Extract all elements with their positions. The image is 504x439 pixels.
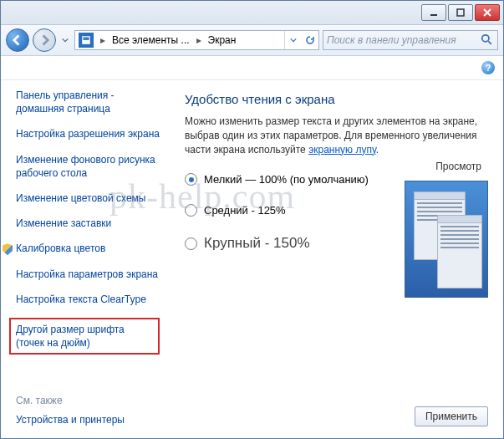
address-dropdown[interactable]: [285, 31, 302, 49]
help-icon[interactable]: ?: [481, 61, 495, 74]
control-panel-icon: [79, 33, 94, 48]
sidebar-devices-link[interactable]: Устройства и принтеры: [16, 413, 163, 426]
svg-rect-1: [457, 9, 464, 16]
page-description: Можно изменить размер текста и других эл…: [185, 115, 488, 156]
back-button[interactable]: [6, 28, 29, 52]
sidebar-home-link[interactable]: Панель управления - домашняя страница: [16, 89, 163, 115]
sidebar-item-cleartype[interactable]: Настройка текста ClearType: [16, 293, 163, 306]
sidebar-item-display-params[interactable]: Настройка параметров экрана: [16, 268, 163, 281]
search-input[interactable]: Поиск в панели управления: [323, 30, 498, 50]
maximize-icon: [456, 8, 465, 17]
desc-after: .: [376, 144, 379, 156]
close-button[interactable]: [475, 4, 500, 21]
titlebar: [1, 1, 503, 25]
refresh-button[interactable]: [302, 31, 318, 49]
preview-window-icon: [437, 215, 482, 288]
chevron-down-icon: [62, 37, 69, 43]
minimize-button[interactable]: [421, 4, 446, 21]
chevron-down-icon: [290, 37, 297, 43]
toolbar: ?: [1, 56, 503, 80]
sidebar-see-also-heading: См. также: [16, 395, 163, 406]
svg-line-7: [488, 41, 491, 44]
sidebar-item-resolution[interactable]: Настройка разрешения экрана: [16, 127, 163, 140]
nav-history-dropdown[interactable]: [59, 30, 71, 50]
page-title: Удобство чтения с экрана: [185, 92, 488, 106]
radio-icon: [185, 204, 197, 217]
address-bar[interactable]: ▸ Все элементы ... ▸ Экран: [74, 30, 319, 50]
option-label: Мелкий — 100% (по умолчанию): [204, 173, 369, 186]
sidebar-item-color-scheme[interactable]: Изменение цветовой схемы: [16, 191, 163, 205]
sidebar-item-screensaver[interactable]: Изменение заставки: [16, 217, 163, 230]
breadcrumb-all-items[interactable]: Все элементы ...: [109, 31, 193, 49]
sidebar-item-wallpaper[interactable]: Изменение фонового рисунка рабочего стол…: [16, 153, 163, 180]
minimize-icon: [430, 8, 438, 17]
content-pane: Удобство чтения с экрана Можно изменить …: [168, 80, 503, 438]
breadcrumb-display[interactable]: Экран: [205, 31, 240, 49]
apply-button[interactable]: Применить: [415, 406, 488, 426]
breadcrumb-arrow-icon: ▸: [193, 34, 205, 46]
breadcrumb-arrow-icon: ▸: [97, 34, 109, 46]
arrow-right-icon: [38, 34, 50, 46]
preview-thumbnail: [405, 181, 488, 298]
arrow-left-icon: [12, 34, 23, 46]
navbar: ▸ Все элементы ... ▸ Экран Поиск в панел…: [1, 25, 503, 56]
control-panel-window: ▸ Все элементы ... ▸ Экран Поиск в панел…: [0, 0, 504, 439]
sidebar-item-custom-dpi[interactable]: Другой размер шрифта (точек на дюйм): [9, 318, 160, 355]
close-icon: [483, 8, 491, 17]
magnifier-link[interactable]: экранную лупу: [308, 144, 376, 156]
radio-icon: [185, 173, 197, 186]
preview-label: Просмотр: [435, 161, 481, 172]
maximize-button[interactable]: [448, 4, 473, 21]
svg-point-6: [482, 35, 489, 42]
forward-button[interactable]: [33, 28, 56, 52]
option-label: Средний - 125%: [204, 204, 286, 217]
radio-icon: [185, 237, 197, 250]
sidebar: Панель управления - домашняя страница На…: [1, 80, 168, 438]
body: Панель управления - домашняя страница На…: [1, 80, 503, 438]
refresh-icon: [305, 35, 315, 45]
svg-rect-5: [83, 37, 89, 40]
search-placeholder: Поиск в панели управления: [327, 34, 456, 46]
sidebar-item-calibration[interactable]: Калибровка цветов: [16, 242, 163, 255]
search-icon: [481, 33, 494, 47]
option-label: Крупный - 150%: [204, 235, 310, 252]
